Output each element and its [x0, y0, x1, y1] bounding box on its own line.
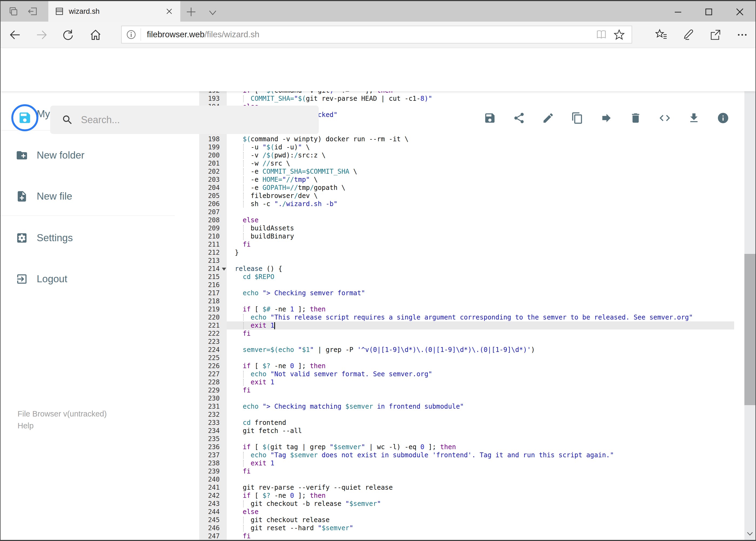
close-window-button[interactable]	[734, 6, 746, 18]
share-page-icon[interactable]	[709, 29, 721, 41]
search-input[interactable]	[81, 114, 308, 126]
reading-view-icon[interactable]	[596, 29, 607, 40]
back-icon[interactable]	[9, 29, 21, 41]
line-number: 228	[199, 378, 227, 386]
code-line[interactable]: 239 fi	[199, 467, 744, 475]
save-button[interactable]	[484, 112, 496, 124]
tab-dropdown-icon[interactable]	[207, 8, 218, 17]
scroll-down-icon[interactable]	[746, 530, 754, 537]
site-info-icon[interactable]	[126, 29, 136, 40]
code-line[interactable]: 230	[199, 394, 744, 402]
favorite-star-icon[interactable]	[614, 29, 625, 40]
filebrowser-logo[interactable]	[11, 104, 38, 131]
tab-preview-icon[interactable]	[8, 6, 18, 17]
code-line[interactable]: 224 semver=$(echo "$1" | grep -P '^v(0|[…	[199, 346, 744, 354]
code-line[interactable]: 209 buildAssets	[199, 224, 744, 232]
forward-icon[interactable]	[35, 29, 48, 41]
code-line[interactable]: 231 echo "> Checking matching $semver in…	[199, 402, 744, 410]
code-line[interactable]: 192 if [ "$(command -v git)" != "" ]; th…	[199, 91, 744, 95]
code-line[interactable]: 217 echo "> Checking semver format"	[199, 289, 744, 297]
browser-tab[interactable]: wizard.sh	[48, 1, 180, 22]
code-view-button[interactable]	[658, 112, 671, 124]
help-link[interactable]: Help	[18, 420, 107, 432]
edit-button[interactable]	[542, 112, 554, 124]
sidebar-item-new-folder[interactable]: New folder	[1, 141, 175, 170]
url-text[interactable]: filebrowser.web/files/wizard.sh	[147, 30, 596, 39]
scrollbar-thumb[interactable]	[744, 254, 755, 405]
code-line[interactable]: 228 exit 1	[199, 378, 744, 386]
annotate-pen-icon[interactable]	[682, 29, 694, 41]
code-line[interactable]: 216	[199, 281, 744, 289]
code-line[interactable]: 208 else	[199, 216, 744, 224]
code-line[interactable]: 212}	[199, 249, 744, 257]
sidebar-item-settings[interactable]: Settings	[1, 223, 175, 253]
code-editor[interactable]: 192 if [ "$(command -v git)" != "" ]; th…	[199, 91, 744, 540]
code-text: semver=$(echo "$1" | grep -P '^v(0|[1-9]…	[227, 346, 535, 354]
code-line[interactable]: 234 git fetch --all	[199, 427, 744, 435]
refresh-icon[interactable]	[62, 29, 74, 41]
line-number: 238	[199, 459, 227, 467]
code-line[interactable]: 227 echo "Not valid semver format. See s…	[199, 370, 744, 378]
download-button[interactable]	[688, 112, 700, 124]
set-tabs-aside-icon[interactable]	[28, 6, 38, 17]
info-button[interactable]	[717, 112, 729, 124]
code-line[interactable]: 238 exit 1	[199, 459, 744, 467]
code-line[interactable]: 237 echo "Tag $semver does not exist in …	[199, 451, 744, 459]
code-line[interactable]: 210 buildBinary	[199, 232, 744, 241]
address-bar[interactable]: filebrowser.web/files/wizard.sh	[121, 26, 632, 44]
home-icon[interactable]	[89, 29, 102, 41]
code-line[interactable]: 198 $(command -v winpty) docker run --rm…	[199, 135, 744, 143]
maximize-button[interactable]	[703, 6, 715, 18]
code-line[interactable]: 205 filebrowser/dev \	[199, 192, 744, 200]
code-line[interactable]: 243 git checkout -b release "$semver"	[199, 500, 744, 508]
fold-marker-icon[interactable]	[222, 268, 226, 270]
code-line[interactable]: 223	[199, 337, 744, 346]
minimize-button[interactable]	[672, 6, 684, 18]
sidebar-item-new-file[interactable]: New file	[1, 182, 175, 211]
code-line[interactable]: 218	[199, 297, 744, 305]
code-line[interactable]: 215 cd $REPO	[199, 273, 744, 281]
code-line[interactable]: 193 COMMIT_SHA="$(git rev-parse HEAD | c…	[199, 95, 744, 103]
code-line[interactable]: 202 -e COMMIT_SHA=$COMMIT_SHA \	[199, 168, 744, 176]
code-line[interactable]: 221 exit 1	[199, 321, 744, 329]
code-line[interactable]: 242 if [ $? -ne 0 ]; then	[199, 492, 744, 500]
code-line[interactable]: 204 -e GOPATH=//tmp/gopath \	[199, 184, 744, 192]
code-line[interactable]: 199 -u "$(id -u)" \	[199, 143, 744, 151]
share-button[interactable]	[513, 112, 525, 124]
more-menu-icon[interactable]	[736, 29, 748, 41]
delete-button[interactable]	[630, 112, 642, 124]
new-tab-icon[interactable]	[186, 6, 196, 17]
hub-favorites-icon[interactable]	[655, 29, 668, 41]
code-line[interactable]: 214release () {	[199, 265, 744, 273]
code-line[interactable]: 206 sh -c "./wizard.sh -b"	[199, 200, 744, 208]
code-line[interactable]: 232	[199, 410, 744, 419]
code-line[interactable]: 222 fi	[199, 329, 744, 337]
code-line[interactable]: 236 if [ $(git tag | grep "$semver" | wc…	[199, 443, 744, 451]
tab-close-icon[interactable]	[165, 7, 173, 15]
copy-button[interactable]	[571, 112, 584, 124]
code-line[interactable]: 207	[199, 208, 744, 216]
code-line[interactable]: 200 -v /$(pwd):/src:z \	[199, 151, 744, 159]
code-line[interactable]: 235	[199, 435, 744, 443]
code-line[interactable]: 233 cd frontend	[199, 419, 744, 427]
code-line[interactable]: 229 fi	[199, 386, 744, 394]
code-line[interactable]: 220 echo "This release script requires a…	[199, 313, 744, 321]
page-scrollbar[interactable]	[744, 48, 755, 540]
code-line[interactable]: 219 if [ $# -ne 1 ]; then	[199, 305, 744, 313]
code-line[interactable]: 213	[199, 257, 744, 265]
code-line[interactable]: 201 -w //src \	[199, 159, 744, 168]
move-button[interactable]	[600, 112, 613, 124]
code-lines: 192 if [ "$(command -v git)" != "" ]; th…	[199, 91, 744, 540]
search-box[interactable]	[50, 106, 319, 134]
code-line[interactable]: 245 git checkout release	[199, 516, 744, 524]
code-line[interactable]: 247 fi	[199, 532, 744, 540]
code-line[interactable]: 240	[199, 475, 744, 483]
code-line[interactable]: 211 fi	[199, 241, 744, 249]
code-line[interactable]: 226 if [ $? -ne 0 ]; then	[199, 362, 744, 370]
code-line[interactable]: 203 -e HOME="//tmp" \	[199, 176, 744, 184]
code-line[interactable]: 241 git rev-parse --verify --quiet relea…	[199, 483, 744, 492]
code-line[interactable]: 246 git reset --hard "$semver"	[199, 524, 744, 532]
sidebar-item-logout[interactable]: Logout	[1, 264, 175, 294]
code-line[interactable]: 244 else	[199, 508, 744, 516]
code-line[interactable]: 225	[199, 354, 744, 362]
